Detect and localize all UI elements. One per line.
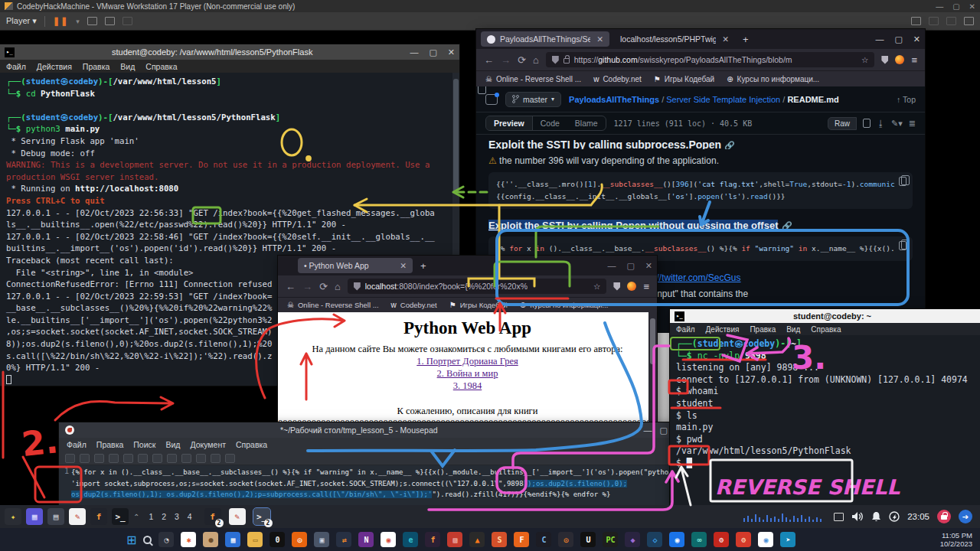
copy-code-icon[interactable] bbox=[899, 241, 906, 250]
tracking-shield-icon[interactable] bbox=[354, 282, 361, 291]
tracking-shield-icon[interactable] bbox=[552, 56, 559, 64]
mousepad-menu-item[interactable]: Вид bbox=[165, 440, 180, 449]
terminal-window-button[interactable]: >_2 bbox=[253, 508, 270, 525]
back-button[interactable]: ← bbox=[484, 54, 494, 66]
tool-close-icon[interactable] bbox=[123, 454, 133, 463]
tab-payloadsallthethings[interactable]: PayloadsAllTheThings/Se ✕ bbox=[481, 31, 609, 47]
gauge-app-icon[interactable]: ◔ bbox=[158, 532, 174, 547]
back-button[interactable]: ← bbox=[286, 281, 296, 292]
menu-button[interactable]: ≡ bbox=[911, 54, 917, 66]
photos-icon[interactable]: ▨ bbox=[447, 532, 462, 547]
edge-icon[interactable]: e bbox=[403, 532, 418, 547]
tool-save-icon[interactable] bbox=[94, 454, 104, 463]
file-explorer-icon[interactable]: ▭ bbox=[247, 532, 263, 547]
display-tray-icon[interactable] bbox=[834, 513, 844, 521]
window-close-button[interactable]: ✕ bbox=[913, 34, 920, 44]
calendar-icon[interactable]: ▦ bbox=[225, 532, 240, 547]
tab-close-icon[interactable]: ✕ bbox=[400, 261, 407, 270]
mousepad-maximize-button[interactable]: ▢ bbox=[660, 425, 668, 435]
reload-button[interactable]: ⟳ bbox=[319, 281, 328, 292]
tab-code[interactable]: Code bbox=[533, 116, 567, 130]
app-scrollbar[interactable] bbox=[648, 312, 657, 429]
pinwheel-app-icon[interactable]: ✱ bbox=[181, 532, 196, 547]
vmware-maximize-button[interactable]: ▢ bbox=[952, 2, 959, 11]
red-gear-2-icon[interactable]: ⚙ bbox=[736, 532, 751, 547]
obsidian-icon[interactable]: 0 bbox=[270, 532, 285, 547]
book-link-dorian-gray[interactable]: 1. Портрет Дориана Грея bbox=[278, 356, 657, 367]
terminal1-menu-item[interactable]: Файл bbox=[6, 62, 26, 71]
arrows-app-icon[interactable]: ⇄ bbox=[336, 532, 351, 547]
app-scroll-thumb[interactable] bbox=[650, 318, 655, 364]
windows-clock[interactable]: 11:05 PM10/2/2023 bbox=[940, 531, 972, 548]
tool-cut-icon[interactable] bbox=[138, 454, 148, 463]
window-minimize-button[interactable]: — bbox=[875, 34, 884, 44]
tab-close-icon[interactable]: ✕ bbox=[722, 34, 729, 44]
windows-search-icon[interactable] bbox=[143, 536, 152, 544]
terminal1-titlebar[interactable]: ▸_ student@codeby: /var/www/html/lesson5… bbox=[0, 44, 459, 60]
heading-subprocess-popen[interactable]: Exploit the SSTI by calling subprocess.P… bbox=[488, 139, 735, 149]
notification-bell-icon[interactable] bbox=[871, 511, 881, 522]
fullscreen-button[interactable] bbox=[105, 17, 115, 25]
breadcrumb-repo-link[interactable]: PayloadsAllTheThings bbox=[569, 95, 659, 104]
red-gear-icon[interactable]: ⚙ bbox=[714, 532, 729, 547]
breadcrumb-dir-link[interactable]: Server Side Template Injection bbox=[666, 95, 780, 104]
url-bar[interactable]: localhost:8080/index?book={%%20for%20x% … bbox=[348, 279, 607, 294]
f-app-icon[interactable]: F bbox=[514, 532, 529, 547]
home-button[interactable]: ⌂ bbox=[533, 54, 539, 66]
vm-clock[interactable]: 23:05 bbox=[907, 512, 929, 521]
terminal2-menu-item[interactable]: Справка bbox=[811, 325, 841, 334]
vmware-close-button[interactable]: ✕ bbox=[969, 2, 975, 11]
volume-icon[interactable] bbox=[851, 511, 864, 522]
maps-icon[interactable]: ◉ bbox=[669, 532, 684, 547]
firefox-account-icon[interactable] bbox=[627, 282, 636, 291]
terminal2-titlebar[interactable]: ▸_ student@codeby: ~ bbox=[670, 309, 980, 323]
terminal2-menu-item[interactable]: Правка bbox=[750, 325, 776, 334]
window-maximize-button[interactable]: ▢ bbox=[894, 34, 902, 44]
bookmark-games[interactable]: ⚑Игры Кодебай bbox=[654, 75, 714, 83]
power-manager-icon[interactable] bbox=[889, 511, 900, 522]
portrait-app-icon[interactable]: ● bbox=[203, 532, 218, 547]
top-link[interactable]: ↑ Top bbox=[897, 95, 916, 104]
tool-redo-icon[interactable] bbox=[196, 454, 206, 463]
branch-selector[interactable]: master ▾ bbox=[505, 92, 561, 107]
code-block-subclasses[interactable]: {{''.__class__.mro()[1].__subclasses__()… bbox=[488, 172, 913, 209]
tool-copy-icon[interactable] bbox=[152, 454, 162, 463]
bookmark-games[interactable]: ⚑Игры Кодебай bbox=[449, 301, 508, 309]
mousepad-icon[interactable]: ✎ bbox=[69, 508, 86, 525]
blender-icon[interactable]: ◎ bbox=[558, 532, 573, 547]
tab-preview[interactable]: Preview bbox=[486, 116, 533, 130]
window-close-button[interactable]: ✕ bbox=[645, 261, 652, 271]
heading-popen-offset[interactable]: Exploit the SSTI by calling Popen withou… bbox=[488, 220, 778, 231]
bookmark-reverse-shell[interactable]: ☠Online - Reverse Shell ... bbox=[485, 75, 581, 83]
forward-button[interactable]: → bbox=[302, 281, 312, 292]
tool-paste-icon[interactable] bbox=[167, 454, 177, 463]
terminal2-output[interactable]: ┌──(student㉿codeby)-[~]└─$ nc -nvlp 9898… bbox=[670, 335, 980, 505]
raw-button[interactable]: Raw bbox=[828, 117, 857, 130]
mousepad-menu-item[interactable]: Справка bbox=[236, 440, 267, 449]
vscode-icon[interactable]: ◇ bbox=[647, 532, 662, 547]
mousepad-editor[interactable]: 1 {% for x in ().__class__.__base__.__su… bbox=[59, 465, 674, 505]
pause-dropdown[interactable]: ▾ bbox=[76, 18, 80, 25]
player-menu[interactable]: Player ▾ bbox=[6, 16, 37, 26]
edit-pencil-icon[interactable]: ✎▾ bbox=[891, 119, 903, 129]
carrot-app-icon[interactable]: ▲ bbox=[469, 532, 485, 547]
vmware-minimize-button[interactable]: — bbox=[936, 2, 943, 11]
unreal-icon[interactable]: U bbox=[580, 532, 596, 547]
firefox-icon[interactable]: f bbox=[90, 508, 107, 525]
bookmark-codeby[interactable]: wCodeby.net bbox=[593, 75, 642, 83]
copy-code-icon[interactable] bbox=[899, 177, 906, 186]
menu-button[interactable]: ≡ bbox=[643, 281, 649, 292]
apps-icon[interactable]: ▦ bbox=[26, 508, 43, 525]
sidebar-toggle-icon[interactable] bbox=[485, 94, 498, 105]
terminal2-menu-item[interactable]: Файл bbox=[676, 325, 695, 334]
book-link-1984[interactable]: 3. 1984 bbox=[278, 380, 657, 392]
tool-replace-icon[interactable] bbox=[225, 454, 235, 463]
tab-python-web-app[interactable]: • Python Web App ✕ bbox=[298, 258, 413, 273]
bookmark-courses[interactable]: ⊕Курсы по информаци... bbox=[727, 75, 819, 83]
terminal1-menu-item[interactable]: Действия bbox=[37, 62, 72, 71]
mousepad-menu-item[interactable]: Документ bbox=[190, 440, 226, 449]
tool-undo-icon[interactable] bbox=[181, 454, 191, 463]
outline-icon[interactable]: ≣ bbox=[909, 119, 916, 129]
tool-new-icon[interactable] bbox=[65, 454, 75, 463]
pocket-icon[interactable] bbox=[613, 282, 620, 291]
